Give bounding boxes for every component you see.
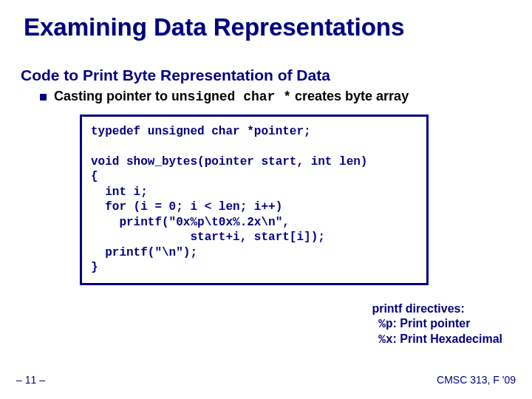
- bullet-post: creates byte array: [291, 89, 409, 103]
- bullet-text: Casting pointer to unsigned char * creat…: [54, 89, 409, 104]
- printf-directives: printf directives: %p: Print pointer %x:…: [372, 301, 502, 347]
- directive-code: %x: [378, 333, 392, 347]
- bullet-pre: Casting pointer to: [54, 89, 171, 103]
- slide-title: Examining Data Representations: [0, 0, 532, 44]
- code-block: typedef unsigned char *pointer; void sho…: [80, 115, 429, 285]
- bullet-code: unsigned char *: [171, 89, 291, 104]
- directives-heading: printf directives:: [372, 301, 502, 316]
- directive-line: %x: Print Hexadecimal: [372, 332, 502, 347]
- directive-text: Print Hexadecimal: [400, 332, 502, 345]
- directive-text: Print pointer: [400, 317, 470, 330]
- directive-line: %p: Print pointer: [372, 316, 502, 332]
- directive-code: %p: [378, 318, 392, 331]
- course-label: CMSC 313, F '09: [437, 374, 516, 386]
- slide-subtitle: Code to Print Byte Representation of Dat…: [0, 44, 532, 84]
- bullet-item: Casting pointer to unsigned char * creat…: [0, 84, 532, 104]
- page-number: – 11 –: [16, 374, 45, 386]
- square-bullet-icon: [40, 94, 47, 100]
